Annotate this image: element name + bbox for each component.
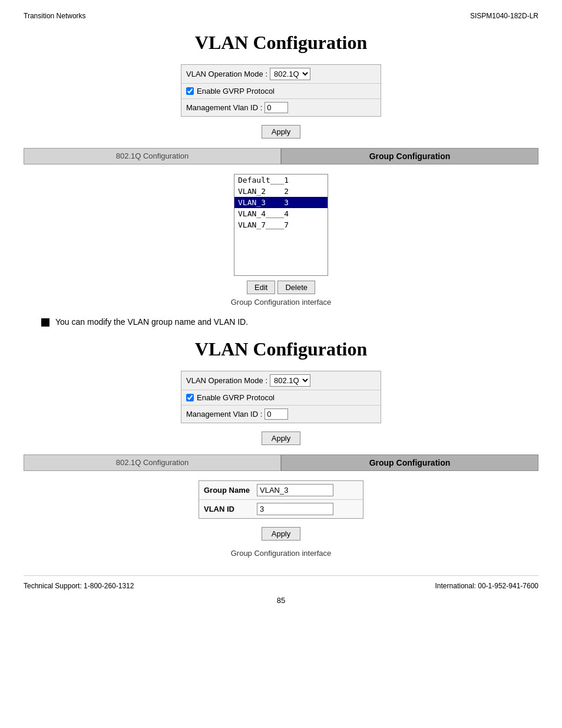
gvrp-label-1: Enable GVRP Protocol [197, 87, 275, 95]
config-box-2: VLAN Operation Mode : 802.1Q Enable GVRP… [181, 371, 381, 423]
list-item-empty [234, 242, 328, 253]
model-number: SISPM1040-182D-LR [470, 12, 538, 20]
mgmt-input-2[interactable] [265, 409, 288, 420]
vlan-listbox[interactable]: Default___1 VLAN_2 2 VLAN_3 3 VLAN_4____… [234, 174, 328, 276]
caption-1: Group Configuration interface [24, 298, 538, 307]
page-header: Transition Networks SISPM1040-182D-LR [24, 12, 538, 20]
mode-label-2: VLAN Operation Mode : [186, 376, 267, 385]
vlan-list-container: Default___1 VLAN_2 2 VLAN_3 3 VLAN_4____… [228, 174, 334, 276]
gvrp-row-1: Enable GVRP Protocol [181, 84, 381, 99]
mgmt-label-2: Management Vlan ID : [186, 410, 262, 419]
tab-group-config-2[interactable]: Group Configuration [281, 454, 538, 471]
page-footer: Technical Support: 1-800-260-1312 Intern… [24, 575, 538, 590]
list-btn-row: Edit Delete [24, 281, 538, 294]
mode-row-2: VLAN Operation Mode : 802.1Q [181, 371, 381, 390]
list-item[interactable]: VLAN_7____7 [234, 219, 328, 230]
gvrp-checkbox-2[interactable] [186, 394, 194, 401]
apply-section-3: Apply [24, 527, 538, 541]
mode-select-2[interactable]: 802.1Q [270, 374, 310, 387]
bullet-text: You can modify the VLAN group name and V… [55, 317, 248, 327]
tab-bar-2: 802.1Q Configuration Group Configuration [24, 454, 538, 471]
caption-2: Group Configuration interface [24, 549, 538, 558]
delete-button[interactable]: Delete [277, 281, 315, 294]
group-name-row: Group Name [199, 481, 363, 500]
apply-section-1: Apply [24, 125, 538, 139]
apply-section-2: Apply [24, 431, 538, 445]
mgmt-input-1[interactable] [265, 102, 288, 113]
apply-button-1[interactable]: Apply [262, 125, 301, 139]
group-config-table: Group Name VLAN ID [199, 480, 363, 519]
gvrp-row-2: Enable GVRP Protocol [181, 390, 381, 406]
mode-select-1[interactable]: 802.1Q [270, 68, 310, 80]
vlan-id-input[interactable] [257, 503, 333, 515]
mgmt-row-2: Management Vlan ID : [181, 406, 381, 423]
list-item-selected[interactable]: VLAN_3 3 [234, 197, 328, 208]
company-name: Transition Networks [24, 12, 86, 20]
mgmt-label-1: Management Vlan ID : [186, 103, 262, 112]
tech-support: Technical Support: 1-800-260-1312 [24, 582, 134, 590]
list-item[interactable]: Default___1 [234, 174, 328, 186]
apply-button-3[interactable]: Apply [262, 527, 301, 541]
vlan-id-label: VLAN ID [204, 505, 257, 513]
tab-group-config-1[interactable]: Group Configuration [281, 148, 538, 164]
bullet-row: You can modify the VLAN group name and V… [41, 317, 521, 327]
list-item[interactable]: VLAN_2 2 [234, 186, 328, 197]
tab-802q-2[interactable]: 802.1Q Configuration [24, 454, 281, 471]
config-box-1: VLAN Operation Mode : 802.1Q Enable GVRP… [181, 64, 381, 117]
list-item-empty [234, 264, 328, 275]
bullet-icon [41, 318, 49, 327]
edit-button[interactable]: Edit [247, 281, 275, 294]
international: International: 00-1-952-941-7600 [435, 582, 538, 590]
mode-row-1: VLAN Operation Mode : 802.1Q [181, 65, 381, 84]
vlan-id-row: VLAN ID [199, 500, 363, 518]
tab-802q-1[interactable]: 802.1Q Configuration [24, 148, 281, 164]
gvrp-checkbox-1[interactable] [186, 87, 194, 95]
list-item-empty [234, 230, 328, 242]
list-item[interactable]: VLAN_4____4 [234, 208, 328, 219]
page-title-2: VLAN Configuration [24, 338, 538, 360]
list-item-empty [234, 253, 328, 264]
page-title-1: VLAN Configuration [24, 32, 538, 54]
group-name-input[interactable] [257, 484, 333, 496]
apply-button-2[interactable]: Apply [262, 431, 301, 445]
group-name-label: Group Name [204, 486, 257, 495]
page-number: 85 [24, 596, 538, 605]
tab-bar-1: 802.1Q Configuration Group Configuration [24, 148, 538, 164]
mgmt-row-1: Management Vlan ID : [181, 99, 381, 116]
mode-label-1: VLAN Operation Mode : [186, 70, 267, 78]
gvrp-label-2: Enable GVRP Protocol [197, 393, 275, 402]
